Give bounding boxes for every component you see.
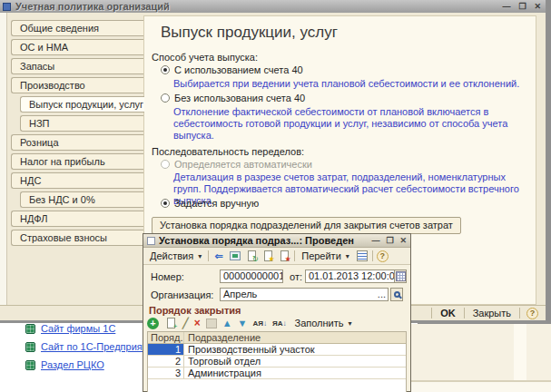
close-icon[interactable]	[534, 1, 541, 12]
goto-menu-button[interactable]: Перейти	[299, 249, 352, 263]
sidebar-item-retail[interactable]: Розница	[11, 134, 144, 151]
method-section-label: Способ учета выпуска:	[152, 52, 258, 63]
table-row[interactable]: 3 Администрация	[148, 368, 406, 379]
division-cell[interactable]: Торговый отдел	[184, 356, 406, 367]
desktop-panel-right	[397, 324, 551, 392]
division-cell[interactable]: Администрация	[184, 368, 406, 378]
separator	[464, 308, 465, 318]
table-header-row: Поряд... Подразделение	[148, 332, 406, 344]
table-row[interactable]: 2 Торговый отдел	[148, 356, 406, 368]
sidebar-item-production[interactable]: Производство	[11, 77, 144, 93]
move-up-icon[interactable]: ▲	[222, 318, 232, 328]
sidebar-item-os-nma[interactable]: ОС и НМА	[11, 39, 144, 55]
column-header-order[interactable]: Поряд...	[148, 332, 184, 343]
move-down-icon[interactable]: ▼	[238, 318, 248, 328]
hint-with-account-40: Выбирается при ведении учета плановой се…	[173, 78, 533, 90]
edit-row-icon[interactable]: ╱	[182, 318, 189, 329]
organization-value: Апрель	[223, 289, 257, 299]
number-label: Номер:	[151, 271, 184, 282]
minimize-icon[interactable]	[502, 1, 510, 12]
calendar-icon	[396, 271, 406, 281]
desktop-panel-lower	[398, 382, 551, 392]
maximize-icon[interactable]	[518, 1, 526, 12]
create-based-on-icon[interactable]: ★	[261, 250, 274, 262]
radio-on-icon[interactable]	[161, 65, 170, 74]
link-label[interactable]: Раздел РЦКО	[41, 359, 104, 370]
help-icon[interactable]: ?	[526, 308, 538, 319]
link-label[interactable]: Сайт фирмы 1С	[41, 323, 115, 334]
sort-descending-icon[interactable]: ЯА↓	[272, 319, 287, 328]
sidebar-item-insurance[interactable]: Страховые взносы	[11, 230, 144, 246]
create-based-on-alt-icon[interactable]: ★	[278, 250, 290, 262]
organization-label: Организация:	[151, 289, 213, 300]
sidebar-item-nds[interactable]: НДС	[11, 172, 144, 189]
help-icon[interactable]: ?	[377, 250, 389, 262]
column-header-division[interactable]: Подразделение	[184, 332, 406, 343]
date-label: от:	[290, 271, 302, 282]
radio-off-icon[interactable]	[161, 93, 170, 103]
radio-without-account-40[interactable]: Без использования счета 40	[161, 93, 305, 103]
desktop-panel-band	[514, 324, 526, 380]
table-empty-area	[148, 379, 406, 392]
hint-without-account-40: Отклонение фактической себестоимости от …	[173, 106, 533, 142]
minimize-icon[interactable]	[371, 235, 379, 246]
radio-label: Задается вручную	[174, 198, 259, 209]
magnifier-icon	[394, 291, 400, 298]
closing-order-dialog: Установка порядка подраз...: Проведен Де…	[143, 233, 411, 392]
lookup-button[interactable]	[390, 288, 403, 301]
radio-with-account-40[interactable]: С использованием счета 40	[161, 64, 303, 75]
maximize-icon[interactable]	[386, 235, 393, 246]
add-row-icon[interactable]: +	[147, 318, 159, 329]
copy-row-icon[interactable]: +	[164, 317, 177, 329]
order-cell[interactable]: 2	[148, 356, 184, 367]
document-icon	[147, 237, 155, 245]
sort-ascending-icon[interactable]: АЯ↓	[252, 319, 267, 328]
sidebar-item-no-nds[interactable]: Без НДС и 0%	[20, 191, 144, 208]
sidebar-item-profit-tax[interactable]: Налог на прибыль	[11, 153, 144, 170]
actions-menu-button[interactable]: Действия	[147, 249, 204, 263]
separator	[208, 250, 209, 261]
sidebar-item-nzp[interactable]: НЗП	[20, 115, 144, 132]
number-field[interactable]: 00000000001	[220, 270, 283, 283]
order-cell[interactable]: 1	[148, 344, 184, 355]
radio-on-icon[interactable]	[161, 199, 170, 208]
separator	[519, 308, 520, 318]
closing-order-table: Поряд... Подразделение 1 Производственны…	[147, 331, 407, 392]
dialog-titlebar[interactable]: Установка порядка подраз...: Проведен	[143, 234, 410, 248]
fill-menu-button[interactable]: Заполнить	[291, 316, 354, 330]
calendar-button[interactable]	[394, 270, 407, 283]
date-field[interactable]: 01.01.2013 12:00:00	[305, 270, 395, 283]
window-title: Учетная политика организаций	[15, 1, 170, 12]
sidebar-item-ndfl[interactable]: НДФЛ	[11, 211, 144, 227]
globe-icon	[25, 360, 35, 370]
delete-row-icon[interactable]: ×	[194, 318, 201, 328]
globe-icon	[25, 342, 35, 352]
radio-label: Определяется автоматически	[174, 159, 312, 170]
set-closing-order-button[interactable]: Установка порядка подразделений для закр…	[152, 217, 461, 234]
close-button[interactable]: Закрыть	[471, 308, 513, 318]
organization-field[interactable]: Апрель...	[220, 288, 389, 301]
division-cell[interactable]: Производственный участок	[184, 344, 406, 355]
table-row[interactable]: 1 Производственный участок	[148, 344, 406, 356]
sidebar-item-general[interactable]: Общие сведения	[11, 20, 144, 36]
order-cell[interactable]: 3	[148, 368, 184, 378]
levels-icon	[206, 318, 217, 328]
window-titlebar[interactable]: Учетная политика организаций	[0, 0, 546, 13]
close-icon[interactable]	[399, 235, 407, 246]
post-document-icon[interactable]: ⇐	[212, 250, 225, 262]
list-settings-icon[interactable]	[356, 250, 369, 262]
radio-auto-sequence: Определяется автоматически	[161, 159, 312, 170]
separator	[431, 308, 432, 318]
sidebar-item-stocks[interactable]: Запасы	[11, 58, 144, 74]
refresh-document-icon[interactable]: ↻	[245, 250, 258, 262]
ok-button[interactable]: OK	[438, 308, 458, 318]
radio-label: С использованием счета 40	[174, 64, 303, 75]
sidebar-item-output[interactable]: Выпуск продукции, услуг	[20, 96, 144, 113]
radio-manual-sequence[interactable]: Задается вручную	[161, 198, 259, 209]
dialog-body: Номер: 00000000001 от: 01.01.2013 12:00:…	[143, 265, 410, 391]
sequence-section-label: Последовательность переделов:	[152, 146, 304, 157]
radio-label: Без использования счета 40	[174, 93, 305, 103]
show-in-list-icon[interactable]	[229, 250, 241, 262]
ellipsis-button[interactable]: ...	[378, 289, 386, 300]
screen: Сайт фирмы 1С Сайт по 1С-Предприятию 8 Р…	[0, 0, 551, 392]
